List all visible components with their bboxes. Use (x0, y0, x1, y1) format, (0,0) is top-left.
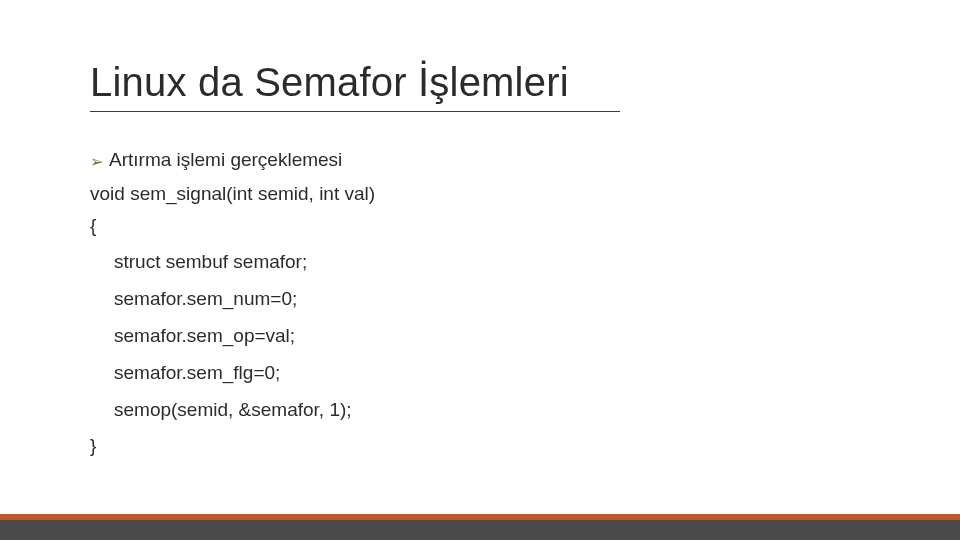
code-signature: void sem_signal(int semid, int val) (90, 183, 870, 206)
code-open-brace: { (90, 215, 870, 237)
code-line: semafor.sem_num=0; (90, 288, 870, 311)
footer-bar (0, 520, 960, 540)
slide-content: ➢ Artırma işlemi gerçeklemesi void sem_s… (90, 148, 870, 467)
code-line: struct sembuf semafor; (90, 251, 870, 274)
code-line: semafor.sem_flg=0; (90, 362, 870, 385)
chevron-right-icon: ➢ (90, 152, 103, 173)
bullet-item: ➢ Artırma işlemi gerçeklemesi (90, 148, 870, 173)
code-line: semafor.sem_op=val; (90, 325, 870, 348)
bullet-text: Artırma işlemi gerçeklemesi (109, 148, 342, 173)
code-line: semop(semid, &semafor, 1); (90, 399, 870, 422)
code-close-brace: } (90, 435, 870, 457)
page-title: Linux da Semafor İşlemleri (90, 60, 620, 112)
slide: Linux da Semafor İşlemleri ➢ Artırma işl… (0, 0, 960, 540)
